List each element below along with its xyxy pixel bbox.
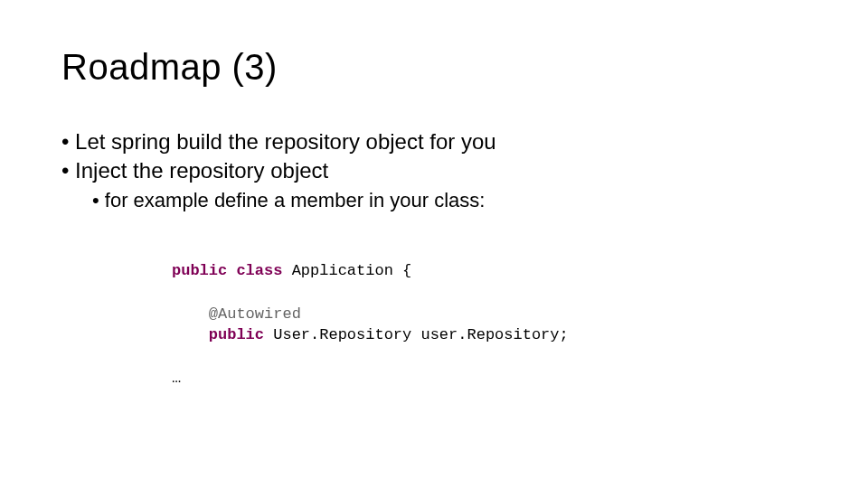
code-text: Application {: [292, 262, 412, 279]
code-text: ;: [560, 326, 569, 343]
bullet-list: • Let spring build the repository object…: [61, 128, 814, 213]
bullet-icon: •: [61, 129, 69, 154]
list-item: • Inject the repository object: [61, 157, 814, 184]
list-item: • Let spring build the repository object…: [61, 128, 814, 155]
code-block: public class Application { @Autowired pu…: [172, 260, 569, 389]
code-ellipsis: …: [172, 370, 181, 387]
slide-title: Roadmap (3): [61, 47, 278, 88]
code-annotation: @Autowired: [209, 305, 301, 323]
code-text: User.Repository: [273, 326, 420, 343]
bullet-text: Let spring build the repository object f…: [75, 129, 496, 154]
bullet-icon: •: [61, 158, 69, 183]
list-item: • for example define a member in your cl…: [92, 188, 814, 213]
code-keyword: class: [236, 262, 282, 279]
bullet-icon: •: [92, 189, 99, 211]
bullet-text: Inject the repository object: [75, 158, 328, 183]
bullet-text: for example define a member in your clas…: [105, 189, 486, 211]
slide: Roadmap (3) • Let spring build the repos…: [0, 0, 868, 488]
code-text: user.Repository: [420, 326, 559, 343]
code-keyword: public: [172, 262, 227, 279]
code-keyword: public: [209, 326, 264, 343]
